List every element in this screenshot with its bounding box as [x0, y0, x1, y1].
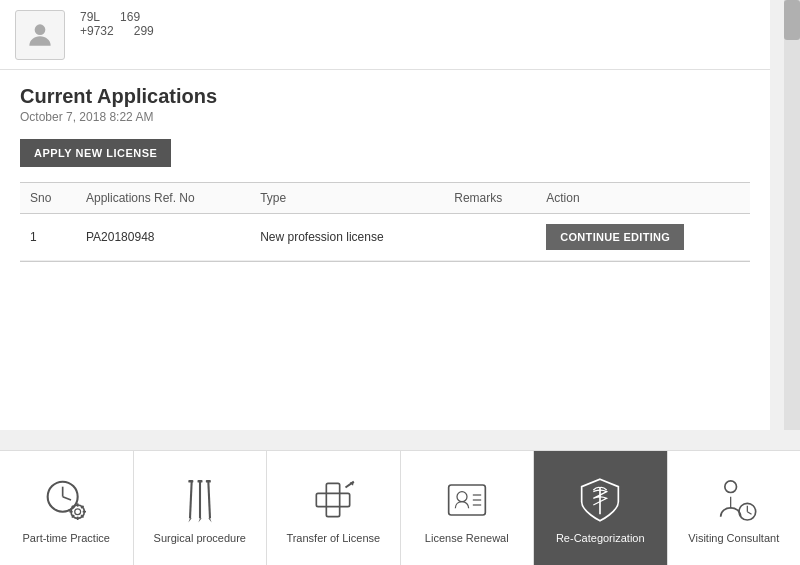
svg-rect-17 [188, 480, 193, 483]
col-sno: Sno [20, 183, 76, 214]
table-header-row: Sno Applications Ref. No Type Remarks Ac… [20, 183, 750, 214]
apply-new-license-button[interactable]: APPLY NEW LICENSE [20, 139, 171, 167]
applications-table: Sno Applications Ref. No Type Remarks Ac… [20, 183, 750, 261]
nav-label-visiting: Visiting Consultant [688, 532, 779, 544]
visiting-consultant-icon [706, 472, 761, 527]
applications-section: Current Applications October 7, 2018 8:2… [0, 70, 770, 277]
nav-label-part-time: Part-time Practice [23, 532, 110, 544]
nav-label-transfer: Transfer of License [286, 532, 380, 544]
col-ref-no: Applications Ref. No [76, 183, 250, 214]
continue-editing-button[interactable]: CONTINUE EDITING [546, 224, 684, 250]
nav-item-transfer[interactable]: Transfer of License [267, 451, 401, 565]
svg-marker-21 [198, 518, 201, 522]
cell-action[interactable]: CONTINUE EDITING [536, 214, 750, 261]
applications-table-container: Sno Applications Ref. No Type Remarks Ac… [20, 182, 750, 262]
clock-gear-icon [39, 472, 94, 527]
nav-label-surgical: Surgical procedure [154, 532, 246, 544]
main-content: 79L 169 +9732 299 Current Applications O… [0, 0, 770, 430]
scrollbar[interactable] [784, 0, 800, 430]
svg-marker-20 [188, 518, 191, 522]
table-row: 1 PA20180948 New profession license CONT… [20, 214, 750, 261]
transfer-icon [306, 472, 361, 527]
svg-line-3 [63, 496, 71, 499]
svg-line-16 [208, 481, 210, 518]
cell-ref-no: PA20180948 [76, 214, 250, 261]
phone-label: +9732 [80, 24, 114, 38]
header-area: 79L 169 +9732 299 [0, 0, 770, 70]
cell-remarks [444, 214, 536, 261]
nav-label-renewal: License Renewal [425, 532, 509, 544]
svg-point-33 [725, 480, 737, 492]
svg-line-14 [190, 481, 192, 518]
col-remarks: Remarks [444, 183, 536, 214]
header-info: 79L 169 +9732 299 [80, 10, 154, 38]
svg-rect-23 [327, 483, 340, 516]
svg-point-5 [75, 508, 81, 514]
section-title: Current Applications [20, 85, 750, 108]
svg-rect-24 [317, 493, 350, 506]
surgical-tools-icon [172, 472, 227, 527]
id-value: 169 [120, 10, 140, 24]
svg-rect-18 [197, 480, 202, 483]
svg-marker-22 [208, 518, 211, 522]
nav-item-renewal[interactable]: License Renewal [401, 451, 535, 565]
nav-item-part-time[interactable]: Part-time Practice [0, 451, 134, 565]
section-date: October 7, 2018 8:22 AM [20, 110, 750, 124]
recategorization-icon [573, 472, 628, 527]
nav-item-recategorization[interactable]: Re-Categorization [534, 451, 668, 565]
cell-sno: 1 [20, 214, 76, 261]
avatar [15, 10, 65, 60]
svg-point-28 [457, 491, 467, 501]
license-renewal-icon [439, 472, 494, 527]
svg-rect-19 [206, 480, 211, 483]
cell-type: New profession license [250, 214, 444, 261]
col-action: Action [536, 183, 750, 214]
phone-value: 299 [134, 24, 154, 38]
svg-line-37 [747, 511, 751, 514]
col-type: Type [250, 183, 444, 214]
nav-item-surgical[interactable]: Surgical procedure [134, 451, 268, 565]
id-label: 79L [80, 10, 100, 24]
nav-item-visiting[interactable]: Visiting Consultant [668, 451, 801, 565]
nav-label-recategorization: Re-Categorization [556, 532, 645, 544]
svg-point-0 [35, 24, 46, 35]
bottom-nav: Part-time Practice Surgical procedure [0, 450, 800, 565]
scrollbar-thumb[interactable] [784, 0, 800, 40]
